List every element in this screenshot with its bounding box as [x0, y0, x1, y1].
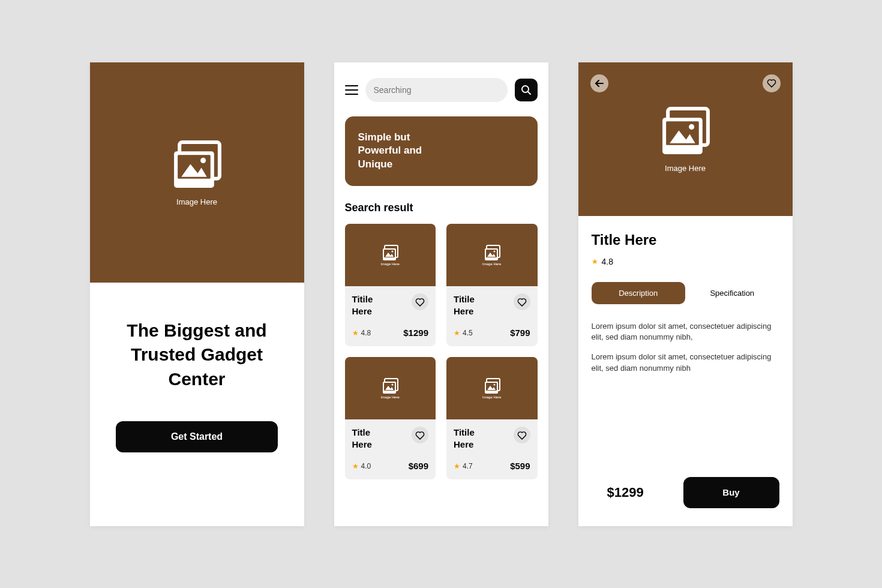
product-title: TitileHere [454, 427, 475, 450]
promo-banner: Simple but Powerful and Unique [345, 116, 538, 187]
product-title: TitileHere [352, 293, 373, 317]
product-price: $1299 [607, 485, 644, 500]
favorite-button[interactable] [412, 427, 428, 443]
product-title: Title Here [592, 232, 779, 248]
menu-icon[interactable] [345, 85, 358, 95]
search-input[interactable] [374, 85, 499, 95]
image-placeholder-icon [484, 244, 500, 261]
onboarding-screen: Image Here The Biggest and Trusted Gadge… [90, 62, 304, 526]
image-placeholder-icon [382, 377, 398, 394]
product-price: $599 [510, 461, 530, 471]
product-price: $1299 [403, 328, 428, 338]
product-price: $799 [510, 328, 530, 338]
star-icon: ★ [592, 257, 598, 266]
star-icon: ★ [454, 329, 460, 337]
banner-line: Powerful and [358, 144, 524, 158]
svg-line-11 [528, 92, 530, 94]
heart-icon [415, 298, 425, 307]
hero-image-area: Image Here [90, 62, 304, 283]
star-icon: ★ [352, 329, 359, 337]
product-rating: ★4.8 [352, 329, 371, 337]
tab-description[interactable]: Description [592, 282, 686, 304]
results-heading: Search result [345, 202, 538, 214]
heart-icon [517, 431, 527, 440]
product-card[interactable]: Image Here TitileHere ★4.7 $599 [446, 357, 538, 479]
heart-icon [415, 431, 425, 440]
description-text: Lorem ipsum dolor sit amet, consectetuer… [592, 321, 779, 374]
headline: The Biggest and Trusted Gadget Center [108, 319, 286, 392]
search-header [334, 62, 548, 102]
product-card[interactable]: Image Here TitleHere ★4.0 $699 [345, 357, 436, 479]
search-field-wrap[interactable] [365, 78, 508, 102]
detail-footer: $1299 Buy [578, 477, 793, 508]
banner-line: Unique [358, 158, 524, 172]
product-title: TitleHere [352, 427, 372, 450]
detail-tabs: Description Specification [592, 282, 779, 304]
favorite-button[interactable] [514, 293, 530, 310]
product-rating: ★ 4.8 [592, 257, 779, 266]
image-placeholder-icon [656, 105, 714, 158]
product-image: Image Here [345, 224, 436, 286]
image-placeholder-icon [168, 139, 226, 191]
onboarding-body: The Biggest and Trusted Gadget Center Ge… [90, 283, 304, 453]
favorite-button[interactable] [763, 74, 781, 92]
buy-button[interactable]: Buy [683, 477, 779, 508]
detail-screen: Image Here Title Here ★ 4.8 Description … [578, 62, 793, 526]
image-placeholder-icon [382, 244, 398, 261]
product-card[interactable]: Image Here TitileHere ★4.8 $1299 [345, 224, 436, 346]
product-rating: ★4.7 [454, 462, 473, 470]
heart-icon [517, 298, 527, 307]
detail-body: Title Here ★ 4.8 Description Specificati… [578, 216, 793, 374]
get-started-button[interactable]: Get Started [116, 421, 278, 452]
product-price: $699 [409, 461, 428, 471]
search-button[interactable] [515, 79, 538, 101]
search-icon [521, 85, 532, 95]
product-rating: ★4.0 [352, 462, 371, 470]
back-button[interactable] [590, 74, 608, 92]
star-icon: ★ [454, 462, 460, 470]
image-caption: Image Here [665, 164, 706, 173]
product-card[interactable]: Image Here TitileHere ★4.5 $799 [446, 224, 538, 346]
image-placeholder-icon [484, 377, 500, 394]
product-image: Image Here [345, 357, 436, 419]
image-caption: Image Here [482, 395, 501, 399]
image-caption: Image Here [381, 262, 400, 266]
heart-icon [767, 79, 776, 88]
product-title: TitileHere [454, 293, 475, 317]
detail-hero: Image Here [578, 62, 793, 216]
arrow-left-icon [595, 79, 604, 88]
tab-specification[interactable]: Specification [685, 282, 779, 304]
product-rating: ★4.5 [454, 329, 473, 337]
image-caption: Image Here [381, 395, 400, 399]
product-image: Image Here [446, 224, 538, 286]
image-caption: Image Here [482, 262, 501, 266]
product-grid: Image Here TitileHere ★4.8 $1299 Image H… [334, 224, 548, 479]
favorite-button[interactable] [412, 293, 428, 310]
favorite-button[interactable] [514, 427, 530, 443]
image-caption: Image Here [176, 197, 217, 206]
star-icon: ★ [352, 462, 359, 470]
banner-line: Simple but [358, 131, 524, 145]
search-screen: Simple but Powerful and Unique Search re… [334, 62, 548, 526]
product-image: Image Here [446, 357, 538, 419]
